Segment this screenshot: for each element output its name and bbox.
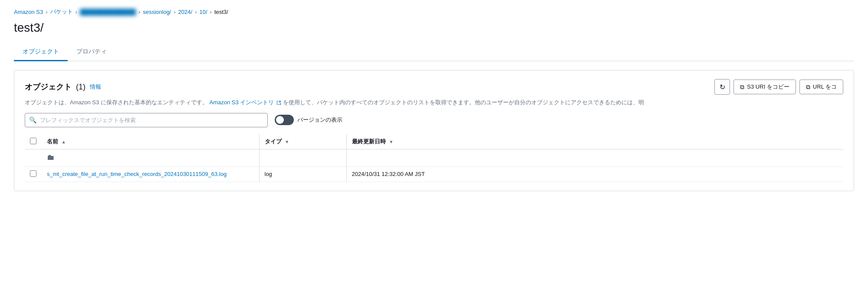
panel-title: オブジェクト: [25, 82, 72, 92]
icon-row-date-cell: [346, 149, 843, 166]
copy-url-icon: ⧉: [806, 83, 810, 91]
file-icon: 🖿: [47, 153, 253, 162]
header-checkbox-cell: [25, 134, 42, 149]
copy-url-button[interactable]: ⧉ URL をコ: [799, 80, 843, 94]
tab-objects[interactable]: オブジェクト: [14, 43, 68, 61]
row-date-cell: 2024/10/31 12:32:00 AM JST: [346, 166, 843, 182]
table-header-row: 名前 ▲ タイプ ▼ 最終更新日時 ▼: [25, 134, 843, 149]
name-sort-icon: ▲: [62, 139, 66, 144]
breadcrumb-sep-0: ›: [46, 9, 47, 15]
icon-row-type-cell: [259, 149, 346, 166]
version-toggle-label: バージョンの表示: [297, 116, 342, 124]
file-link[interactable]: s_mt_create_file_at_run_time_check_recor…: [47, 170, 253, 178]
external-link-icon: [276, 100, 281, 105]
row-date: 2024/10/31 12:32:00 AM JST: [352, 171, 425, 177]
header-name[interactable]: 名前 ▲: [42, 134, 259, 149]
refresh-button[interactable]: ↻: [714, 79, 730, 95]
tab-bar: オブジェクト プロパティ: [14, 43, 854, 61]
panel-actions: ↻ ⧉ S3 URI をコピー ⧉ URL をコ: [714, 79, 843, 95]
select-all-checkbox[interactable]: [30, 138, 36, 144]
panel-count: (1): [76, 83, 85, 92]
page-title: test3/: [14, 21, 854, 35]
row-type: log: [265, 171, 272, 177]
breadcrumb-sep-4: ›: [195, 9, 197, 15]
breadcrumb-10[interactable]: 10/: [199, 9, 207, 15]
breadcrumb-amazon-s3[interactable]: Amazon S3: [14, 9, 43, 15]
copy-s3uri-icon: ⧉: [740, 83, 744, 91]
panel-header: オブジェクト (1) 情報 ↻ ⧉ S3 URI をコピー ⧉ URL をコ: [25, 79, 843, 95]
description-text-after: を使用して、バケット内のすべてのオブジェクトのリストを取得できます。他のユーザー…: [283, 99, 644, 106]
refresh-icon: ↻: [720, 83, 725, 91]
toggle-thumb: [276, 116, 284, 124]
search-input[interactable]: [25, 113, 268, 127]
header-type[interactable]: タイプ ▼: [259, 134, 346, 149]
row-name-cell: s_mt_create_file_at_run_time_check_recor…: [42, 166, 259, 182]
header-name-label: 名前: [47, 138, 58, 145]
table-icon-row: 🖿: [25, 149, 843, 166]
breadcrumb-test3: test3/: [214, 9, 228, 15]
breadcrumb-bucket-name[interactable]: ██████████████: [80, 9, 136, 15]
copy-s3uri-label: S3 URI をコピー: [747, 83, 789, 91]
breadcrumb-sep-5: ›: [210, 9, 212, 15]
breadcrumb-sep-2: ›: [138, 9, 140, 15]
row-checkbox-cell: [25, 166, 42, 182]
copy-s3uri-button[interactable]: ⧉ S3 URI をコピー: [733, 80, 796, 94]
panel-description: オブジェクトは、Amazon S3 に保存された基本的なエンティティです。 Am…: [25, 98, 843, 107]
breadcrumb-sessionlog[interactable]: sessionlog/: [143, 9, 171, 15]
icon-row-checkbox-cell: [25, 149, 42, 166]
row-type-cell: log: [259, 166, 346, 182]
panel-title-group: オブジェクト (1) 情報: [25, 82, 101, 92]
inventory-link[interactable]: Amazon S3 インベントリ: [209, 99, 283, 106]
breadcrumb-2024[interactable]: 2024/: [178, 9, 193, 15]
breadcrumb: Amazon S3 › バケット › ██████████████ › sess…: [14, 8, 854, 16]
description-text-before: オブジェクトは、Amazon S3 に保存された基本的なエンティティです。: [25, 99, 208, 106]
search-input-wrapper: 🔍: [25, 113, 268, 127]
version-toggle-group: バージョンの表示: [275, 115, 342, 125]
row-checkbox[interactable]: [30, 170, 36, 177]
icon-row-name-cell: 🖿: [42, 149, 259, 166]
type-sort-icon: ▼: [285, 139, 289, 144]
breadcrumb-bucket[interactable]: バケット: [50, 8, 73, 16]
search-icon: 🔍: [29, 116, 36, 123]
version-toggle[interactable]: [275, 115, 294, 125]
breadcrumb-sep-1: ›: [76, 9, 77, 15]
copy-url-label: URL をコ: [813, 83, 837, 91]
tab-properties[interactable]: プロパティ: [68, 43, 115, 61]
breadcrumb-sep-3: ›: [174, 9, 175, 15]
table-row: s_mt_create_file_at_run_time_check_recor…: [25, 166, 843, 182]
date-sort-icon: ▼: [389, 139, 393, 144]
toggle-track: [275, 115, 294, 125]
objects-panel: オブジェクト (1) 情報 ↻ ⧉ S3 URI をコピー ⧉ URL をコ: [14, 70, 854, 191]
objects-table: 名前 ▲ タイプ ▼ 最終更新日時 ▼: [25, 134, 843, 182]
header-date[interactable]: 最終更新日時 ▼: [346, 134, 843, 149]
panel-info-link[interactable]: 情報: [90, 83, 101, 91]
inventory-link-label: Amazon S3 インベントリ: [209, 99, 274, 106]
header-date-label: 最終更新日時: [352, 138, 386, 145]
search-bar: 🔍 バージョンの表示: [25, 113, 843, 127]
header-type-label: タイプ: [265, 138, 282, 145]
